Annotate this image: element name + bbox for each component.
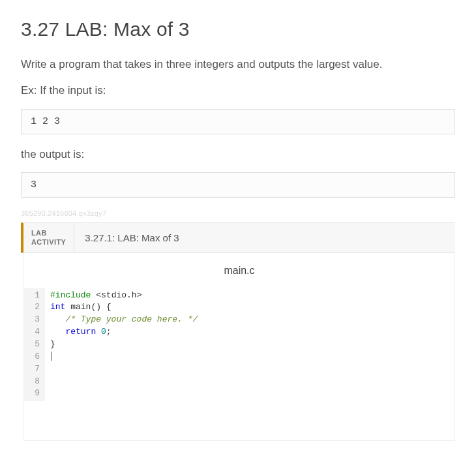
line-number: 8 <box>31 376 40 388</box>
line-number: 6 <box>31 351 40 363</box>
example-input-box: 1 2 3 <box>21 109 455 134</box>
code-line[interactable]: return 0; <box>50 326 454 339</box>
code-line[interactable]: #include <stdio.h> <box>50 290 454 302</box>
file-tab-main-c[interactable]: main.c <box>224 265 254 277</box>
code-line[interactable]: } <box>50 339 454 351</box>
code-editor[interactable]: 1 2 3 4 5 6 7 8 9 #include <stdio.h>int … <box>24 288 454 441</box>
text-cursor <box>51 352 52 361</box>
activity-header: LAB ACTIVITY 3.27.1: LAB: Max of 3 <box>23 223 455 252</box>
code-line[interactable]: int main() { <box>50 301 454 314</box>
activity-title: 3.27.1: LAB: Max of 3 <box>74 223 189 252</box>
line-number-gutter: 1 2 3 4 5 6 7 8 9 <box>24 288 45 402</box>
activity-badge-line2: ACTIVITY <box>31 237 66 247</box>
page-title: 3.27 LAB: Max of 3 <box>21 18 455 40</box>
activity-badge-line1: LAB <box>31 228 66 237</box>
line-number: 1 <box>31 290 40 302</box>
line-number: 9 <box>31 387 40 400</box>
problem-description: Write a program that takes in three inte… <box>21 56 455 73</box>
code-content[interactable]: #include <stdio.h>int main() { /* Type y… <box>45 288 454 402</box>
lab-activity-container: LAB ACTIVITY 3.27.1: LAB: Max of 3 <box>21 222 455 253</box>
line-number: 3 <box>31 314 40 326</box>
code-editor-panel: main.c 1 2 3 4 5 6 7 8 9 #include <stdio… <box>23 253 455 442</box>
example-output-box: 3 <box>21 172 455 198</box>
watermark-id: 365290.2416604.qx3zqy7 <box>21 209 455 217</box>
activity-badge: LAB ACTIVITY <box>23 223 74 252</box>
line-number: 5 <box>31 339 40 351</box>
line-number: 4 <box>31 326 40 339</box>
example-input-label: Ex: If the input is: <box>21 82 455 99</box>
code-line[interactable] <box>50 351 454 363</box>
file-tab-row: main.c <box>24 253 454 288</box>
example-output-label: the output is: <box>21 146 455 163</box>
line-number: 2 <box>31 301 40 314</box>
line-number: 7 <box>31 363 40 376</box>
code-line[interactable]: /* Type your code here. */ <box>50 314 454 326</box>
